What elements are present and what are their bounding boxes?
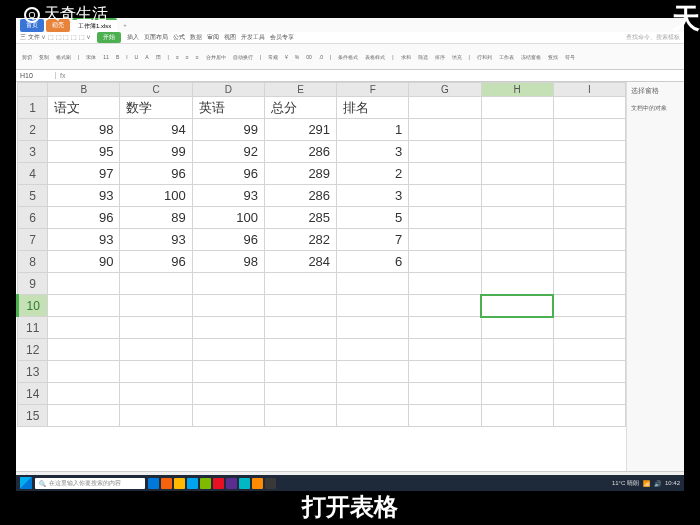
cell[interactable]: 96 — [192, 163, 264, 185]
ribbon-button[interactable]: B — [114, 53, 121, 61]
row-header[interactable]: 13 — [18, 361, 48, 383]
ribbon-button[interactable]: 00 — [304, 53, 314, 61]
column-header[interactable]: I — [553, 83, 625, 97]
cell-reference[interactable]: H10 — [16, 72, 56, 79]
ribbon-button[interactable]: | — [76, 53, 81, 61]
cell[interactable] — [120, 339, 192, 361]
cell[interactable]: 94 — [120, 119, 192, 141]
cell[interactable]: 90 — [48, 251, 120, 273]
cell[interactable]: 282 — [264, 229, 336, 251]
cell[interactable] — [337, 405, 409, 427]
taskbar-app-icon[interactable] — [200, 478, 211, 489]
ribbon-button[interactable]: 求和 — [399, 53, 413, 61]
cell[interactable]: 291 — [264, 119, 336, 141]
cell[interactable]: 3 — [337, 141, 409, 163]
ribbon-button[interactable]: 剪切 — [20, 53, 34, 61]
cell[interactable] — [48, 361, 120, 383]
cell[interactable] — [481, 119, 553, 141]
column-header[interactable]: E — [264, 83, 336, 97]
cell[interactable] — [481, 383, 553, 405]
cell[interactable]: 96 — [120, 163, 192, 185]
cell[interactable]: 285 — [264, 207, 336, 229]
cell[interactable] — [481, 251, 553, 273]
ribbon-button[interactable]: ¥ — [283, 53, 290, 61]
cell[interactable]: 97 — [48, 163, 120, 185]
cell[interactable]: 98 — [48, 119, 120, 141]
menu-item[interactable]: 公式 — [173, 34, 185, 40]
ribbon-button[interactable]: 格式刷 — [54, 53, 73, 61]
start-button[interactable] — [20, 477, 32, 489]
cell[interactable]: 语文 — [48, 97, 120, 119]
cell[interactable] — [192, 405, 264, 427]
cell[interactable]: 100 — [192, 207, 264, 229]
tray-wifi-icon[interactable]: 📶 — [643, 480, 650, 487]
cell[interactable] — [553, 361, 625, 383]
cell[interactable] — [553, 251, 625, 273]
taskbar-app-icon[interactable] — [239, 478, 250, 489]
taskbar-app-icon[interactable] — [226, 478, 237, 489]
cell[interactable] — [120, 361, 192, 383]
cell[interactable] — [409, 141, 481, 163]
ribbon-button[interactable]: 田 — [154, 53, 163, 61]
cell[interactable]: 排名 — [337, 97, 409, 119]
ribbon-button[interactable]: 查找 — [546, 53, 560, 61]
cell[interactable]: 英语 — [192, 97, 264, 119]
cell[interactable] — [409, 185, 481, 207]
cell[interactable] — [553, 163, 625, 185]
cell[interactable] — [120, 295, 192, 317]
column-header[interactable]: F — [337, 83, 409, 97]
cell[interactable]: 89 — [120, 207, 192, 229]
cell[interactable] — [481, 163, 553, 185]
taskbar-app-icon[interactable] — [148, 478, 159, 489]
cell[interactable]: 7 — [337, 229, 409, 251]
column-header[interactable]: H — [481, 83, 553, 97]
spreadsheet-grid[interactable]: BCDEFGHI1语文数学英语总分排名298949929113959992286… — [16, 82, 626, 471]
row-header[interactable]: 5 — [18, 185, 48, 207]
ribbon-button[interactable]: 工作表 — [497, 53, 516, 61]
row-header[interactable]: 2 — [18, 119, 48, 141]
cell[interactable]: 5 — [337, 207, 409, 229]
cell[interactable]: 286 — [264, 185, 336, 207]
cell[interactable] — [409, 229, 481, 251]
menu-item[interactable]: 数据 — [190, 34, 202, 40]
cell[interactable]: 6 — [337, 251, 409, 273]
ribbon-button[interactable]: 填充 — [450, 53, 464, 61]
cell[interactable] — [553, 185, 625, 207]
cell[interactable] — [120, 405, 192, 427]
cell[interactable] — [553, 383, 625, 405]
cell[interactable] — [264, 295, 336, 317]
cell[interactable] — [264, 273, 336, 295]
cell[interactable] — [481, 405, 553, 427]
ribbon-button[interactable]: 自动换行 — [231, 53, 255, 61]
cell[interactable] — [553, 229, 625, 251]
cell[interactable] — [553, 141, 625, 163]
cell[interactable]: 93 — [192, 185, 264, 207]
cell[interactable] — [48, 295, 120, 317]
cell[interactable] — [120, 317, 192, 339]
cell[interactable] — [553, 295, 625, 317]
cell[interactable]: 93 — [48, 185, 120, 207]
cell[interactable] — [553, 207, 625, 229]
row-header[interactable]: 4 — [18, 163, 48, 185]
column-header[interactable]: G — [409, 83, 481, 97]
cell[interactable] — [192, 383, 264, 405]
cell[interactable] — [481, 295, 553, 317]
cell[interactable] — [337, 295, 409, 317]
cell[interactable]: 96 — [120, 251, 192, 273]
row-header[interactable]: 7 — [18, 229, 48, 251]
cell[interactable]: 总分 — [264, 97, 336, 119]
ribbon-button[interactable]: | — [467, 53, 472, 61]
cell[interactable] — [48, 317, 120, 339]
weather-widget[interactable]: 11°C 晴朗 — [612, 479, 639, 488]
cell[interactable]: 98 — [192, 251, 264, 273]
ribbon-button[interactable]: ≡ — [194, 53, 201, 61]
ribbon-button[interactable]: 合并居中 — [204, 53, 228, 61]
cell[interactable]: 数学 — [120, 97, 192, 119]
taskbar-app-icon[interactable] — [174, 478, 185, 489]
cell[interactable] — [192, 295, 264, 317]
cell[interactable]: 92 — [192, 141, 264, 163]
fx-icon[interactable]: fx — [56, 72, 69, 79]
row-header[interactable]: 12 — [18, 339, 48, 361]
cell[interactable] — [264, 339, 336, 361]
cell[interactable] — [409, 339, 481, 361]
